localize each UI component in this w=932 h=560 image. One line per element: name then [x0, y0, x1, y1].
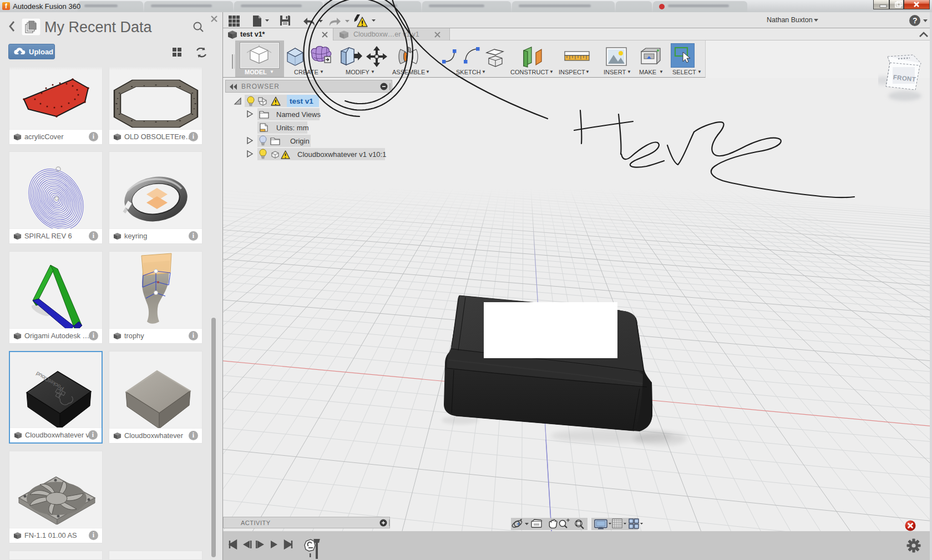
svg-text:Named Views: Named Views: [276, 110, 321, 119]
svg-text:?: ?: [913, 16, 918, 25]
svg-text:test v1: test v1: [290, 97, 313, 105]
svg-text:Origin: Origin: [290, 137, 310, 145]
svg-text:Units: mm: Units: mm: [276, 124, 309, 132]
svg-text:Cloudboxwhatever v1 v10:1: Cloudboxwhatever v1 v10:1: [297, 150, 386, 159]
